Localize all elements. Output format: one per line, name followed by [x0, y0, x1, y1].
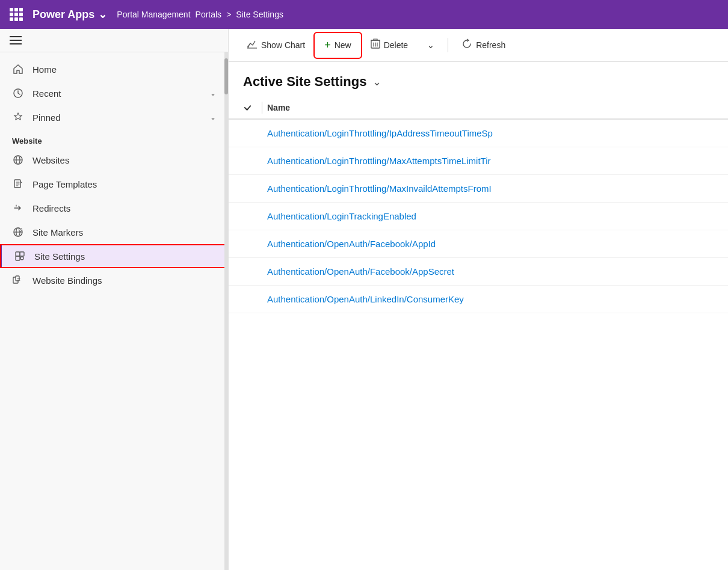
sidebar-site-settings-label: Site Settings [34, 251, 216, 262]
row-link[interactable]: Authentication/LoginThrottling/MaxInvail… [267, 183, 492, 194]
table-rows: Authentication/LoginThrottling/IpAddress… [229, 120, 728, 564]
new-plus-icon: + [324, 39, 331, 52]
delete-label: Delete [384, 40, 408, 50]
sidebar-item-site-settings[interactable]: Site Settings [0, 244, 228, 268]
content-area: Show Chart + New Delete [229, 29, 728, 570]
svg-point-12 [20, 257, 23, 260]
breadcrumb-current: Site Settings [236, 10, 283, 19]
row-link[interactable]: Authentication/OpenAuth/Facebook/AppSecr… [267, 266, 454, 277]
show-chart-label: Show Chart [261, 40, 305, 50]
hamburger-button[interactable] [10, 36, 22, 44]
home-icon [12, 63, 24, 75]
table-row[interactable]: Authentication/LoginTrackingEnabled [229, 203, 728, 230]
app-name-chevron-icon: ⌄ [98, 8, 107, 21]
select-all-check[interactable] [243, 102, 267, 114]
sidebar-item-pinned[interactable]: Pinned ⌄ [0, 105, 228, 129]
sidebar-item-site-markers[interactable]: Site Markers [0, 220, 228, 244]
refresh-button[interactable]: Refresh [453, 34, 514, 57]
sidebar-item-websites[interactable]: Websites [0, 148, 228, 172]
table-row[interactable]: Authentication/OpenAuth/LinkedIn/Consume… [229, 286, 728, 313]
table-row[interactable]: Authentication/LoginThrottling/MaxAttemp… [229, 147, 728, 175]
clock-icon [12, 87, 24, 99]
col-name-header: Name [267, 103, 290, 112]
website-section-label: Website [0, 129, 228, 148]
binding-icon [12, 274, 24, 286]
page-icon [12, 178, 24, 190]
portal-management-label[interactable]: Portal Management [117, 10, 190, 19]
toolbar-divider [448, 38, 448, 52]
redirect-icon [12, 202, 24, 214]
svg-rect-11 [16, 256, 20, 260]
sidebar-nav: Home Recent ⌄ [0, 52, 228, 570]
more-options-button[interactable]: ⌄ [419, 35, 443, 55]
table-row[interactable]: Authentication/LoginThrottling/MaxInvail… [229, 175, 728, 203]
header-divider [262, 102, 262, 114]
globe-star-icon [12, 226, 24, 238]
globe-icon [12, 154, 24, 166]
sidebar-redirects-label: Redirects [32, 203, 216, 213]
show-chart-button[interactable]: Show Chart [238, 34, 313, 57]
svg-rect-10 [20, 252, 24, 256]
row-link[interactable]: Authentication/LoginThrottling/IpAddress… [267, 128, 493, 138]
sidebar-item-website-bindings[interactable]: Website Bindings [0, 268, 228, 292]
sidebar-scroll-thumb[interactable] [224, 58, 228, 94]
sidebar-websites-label: Websites [32, 155, 216, 165]
refresh-label: Refresh [476, 40, 505, 50]
settings-icon [14, 250, 26, 262]
table-row[interactable]: Authentication/LoginThrottling/IpAddress… [229, 120, 728, 147]
svg-rect-9 [16, 252, 20, 256]
sidebar-item-redirects[interactable]: Redirects [0, 196, 228, 220]
table-row[interactable]: Authentication/OpenAuth/Facebook/AppSecr… [229, 258, 728, 286]
top-header: Power Apps ⌄ Portal Management Portals >… [0, 0, 728, 29]
sidebar-top-bar [0, 29, 228, 52]
refresh-icon [461, 38, 472, 52]
sidebar-scrollbar[interactable] [224, 52, 228, 570]
row-link[interactable]: Authentication/OpenAuth/LinkedIn/Consume… [267, 294, 464, 304]
sidebar-recent-label: Recent [32, 88, 202, 99]
main-layout: Home Recent ⌄ [0, 29, 728, 570]
app-name[interactable]: Power Apps ⌄ [32, 8, 107, 21]
view-chevron-icon[interactable]: ⌄ [372, 75, 381, 88]
sidebar-item-recent[interactable]: Recent ⌄ [0, 81, 228, 105]
sidebar-site-markers-label: Site Markers [32, 227, 216, 238]
new-button[interactable]: + New [316, 34, 360, 57]
pin-icon [12, 111, 24, 123]
row-link[interactable]: Authentication/LoginTrackingEnabled [267, 211, 416, 221]
sidebar-item-home[interactable]: Home [0, 57, 228, 81]
new-label: New [335, 40, 351, 50]
row-link[interactable]: Authentication/OpenAuth/Facebook/AppId [267, 239, 436, 249]
sidebar: Home Recent ⌄ [0, 29, 229, 570]
delete-icon [371, 38, 380, 52]
table-header: Name [229, 97, 728, 120]
chart-icon [247, 38, 258, 52]
recent-chevron-icon: ⌄ [210, 89, 216, 97]
app-name-label: Power Apps [32, 8, 94, 21]
table-row[interactable]: Authentication/OpenAuth/Facebook/AppId [229, 230, 728, 258]
view-header: Active Site Settings ⌄ [229, 62, 728, 97]
breadcrumb-portals[interactable]: Portals [196, 10, 222, 19]
waffle-icon[interactable] [10, 8, 23, 21]
sidebar-page-templates-label: Page Templates [32, 179, 216, 189]
more-chevron-icon: ⌄ [427, 40, 434, 50]
view-title: Active Site Settings [243, 74, 366, 90]
toolbar: Show Chart + New Delete [229, 29, 728, 62]
sidebar-pinned-label: Pinned [32, 112, 202, 123]
sidebar-home-label: Home [32, 64, 216, 75]
sidebar-item-page-templates[interactable]: Page Templates [0, 172, 228, 196]
pinned-chevron-icon: ⌄ [210, 113, 216, 121]
breadcrumb: Portal Management Portals > Site Setting… [117, 10, 283, 19]
breadcrumb-separator: > [226, 10, 231, 19]
row-link[interactable]: Authentication/LoginThrottling/MaxAttemp… [267, 156, 491, 166]
sidebar-website-bindings-label: Website Bindings [32, 275, 216, 286]
table-container: Name Authentication/LoginThrottling/IpAd… [229, 97, 728, 570]
delete-button[interactable]: Delete [362, 34, 416, 57]
